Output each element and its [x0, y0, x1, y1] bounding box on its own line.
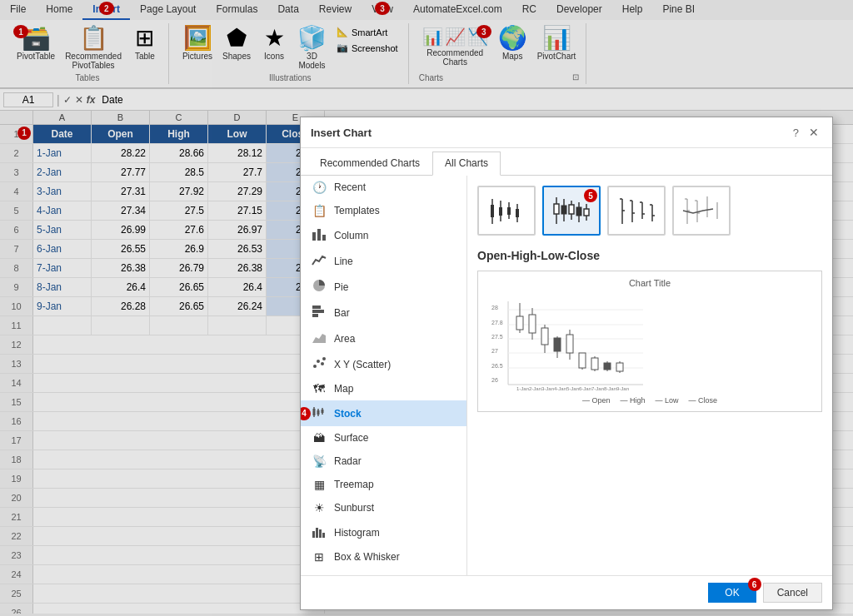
svg-rect-90 — [591, 358, 598, 370]
cancel-button[interactable]: Cancel — [763, 583, 822, 603]
svg-rect-1 — [317, 229, 321, 241]
stock-icon — [311, 405, 327, 421]
map-icon: 🗺 — [311, 382, 327, 395]
svg-rect-78 — [516, 316, 523, 330]
tab-recommended-charts[interactable]: Recommended Charts — [307, 152, 432, 175]
line-icon — [311, 253, 327, 269]
chart-subtype-1[interactable] — [477, 186, 536, 236]
chart-type-line[interactable]: Line — [301, 248, 466, 274]
svg-text:3-Jan: 3-Jan — [541, 386, 554, 391]
chart-type-recent[interactable]: 🕐 Recent — [301, 176, 466, 199]
svg-text:4-Jan: 4-Jan — [554, 386, 566, 391]
dialog-footer: 6 OK Cancel — [301, 575, 832, 609]
svg-text:9-Jan: 9-Jan — [616, 386, 629, 391]
chart-type-templates[interactable]: 📋 Templates — [301, 199, 466, 222]
svg-text:26.5: 26.5 — [491, 363, 503, 369]
chart-type-map[interactable]: 🗺 Map — [301, 377, 466, 400]
chart-type-map-label: Map — [334, 383, 353, 395]
svg-rect-82 — [541, 328, 548, 345]
svg-rect-92 — [604, 363, 611, 370]
chart-type-column-label: Column — [334, 230, 368, 241]
preview-chart-svg: 28 27.8 27.5 27 26.5 26 — [485, 293, 651, 393]
svg-text:7-Jan: 7-Jan — [591, 386, 604, 391]
chart-type-surface-label: Surface — [334, 432, 368, 444]
chart-type-templates-label: Templates — [334, 205, 380, 216]
chart-type-column[interactable]: Column — [301, 222, 466, 248]
column-icon — [311, 227, 327, 243]
svg-rect-39 — [569, 205, 574, 214]
svg-rect-88 — [579, 353, 586, 368]
chart-type-sunburst[interactable]: ☀ Sunburst — [301, 496, 466, 519]
chart-type-area[interactable]: Area — [301, 325, 466, 351]
svg-text:27.5: 27.5 — [491, 334, 503, 340]
chart-subtype-2[interactable]: 5 — [542, 186, 601, 236]
svg-rect-43 — [584, 209, 589, 216]
svg-rect-37 — [561, 206, 566, 214]
chart-type-radar[interactable]: 📡 Radar — [301, 450, 466, 473]
dialog-title: Insert Chart — [311, 127, 372, 139]
svg-rect-86 — [566, 335, 573, 353]
svg-point-10 — [321, 362, 324, 365]
svg-rect-94 — [616, 363, 623, 371]
svg-rect-84 — [554, 338, 561, 351]
ok-button[interactable]: 6 OK — [708, 583, 756, 603]
chart-subtypes: 5 — [477, 186, 822, 236]
chart-type-pie-label: Pie — [334, 281, 348, 293]
chart-type-bar[interactable]: Bar — [301, 300, 466, 325]
scatter-icon — [311, 356, 327, 372]
templates-icon: 📋 — [311, 204, 327, 217]
bar-icon — [311, 305, 327, 320]
legend-high: — High — [620, 396, 645, 405]
chart-detail-panel: 5 — [467, 176, 832, 575]
dialog-help-btn[interactable]: ? — [793, 127, 799, 139]
svg-text:26: 26 — [491, 377, 498, 383]
svg-text:8-Jan: 8-Jan — [604, 386, 616, 391]
chart-subtype-4[interactable] — [672, 186, 731, 236]
chart-type-histogram[interactable]: Histogram — [301, 519, 466, 545]
svg-rect-20 — [319, 529, 322, 538]
chart-type-line-label: Line — [334, 256, 353, 267]
dialog-close-btn[interactable]: ✕ — [806, 124, 822, 141]
surface-icon: 🏔 — [311, 431, 327, 445]
recent-icon: 🕐 — [311, 181, 327, 194]
chart-type-boxwhisker[interactable]: ⊞ Box & Whisker — [301, 545, 466, 569]
svg-text:27: 27 — [491, 348, 498, 354]
svg-point-11 — [322, 357, 326, 360]
chart-type-scatter[interactable]: X Y (Scatter) — [301, 351, 466, 377]
svg-rect-21 — [322, 533, 325, 538]
svg-rect-4 — [312, 306, 321, 309]
radar-icon: 📡 — [311, 455, 327, 468]
svg-rect-18 — [312, 531, 315, 538]
area-icon — [311, 330, 327, 346]
chart-subtype-3[interactable] — [607, 186, 666, 236]
svg-rect-6 — [312, 314, 318, 317]
svg-text:28: 28 — [491, 305, 498, 310]
svg-rect-35 — [554, 204, 559, 214]
chart-type-radar-label: Radar — [334, 455, 362, 467]
svg-text:5-Jan: 5-Jan — [566, 386, 579, 391]
chart-type-stock[interactable]: 4 Stock — [301, 400, 466, 426]
chart-type-histogram-label: Histogram — [334, 527, 380, 539]
chart-type-pie[interactable]: Pie — [301, 274, 466, 300]
chart-types-panel: 🕐 Recent 📋 Templates Column Line — [301, 176, 467, 575]
chart-type-stock-label: Stock — [334, 408, 362, 420]
svg-text:2-Jan: 2-Jan — [529, 386, 541, 391]
chart-selected-name: Open-High-Low-Close — [477, 249, 822, 262]
chart-type-treemap-label: Treemap — [334, 479, 374, 490]
chart-type-scatter-label: X Y (Scatter) — [334, 359, 391, 370]
dialog-tabs: Recommended Charts All Charts — [301, 148, 832, 176]
insert-chart-dialog: Insert Chart ? ✕ Recommended Charts All … — [300, 117, 833, 610]
dialog-body: 🕐 Recent 📋 Templates Column Line — [301, 176, 832, 575]
svg-rect-2 — [322, 235, 326, 241]
chart-type-treemap[interactable]: ▦ Treemap — [301, 473, 466, 496]
chart-legend: — Open — High — Low — Close — [485, 396, 815, 405]
svg-rect-80 — [529, 315, 536, 333]
chart-type-waterfall[interactable]: Waterfall — [301, 569, 466, 575]
histogram-icon — [311, 524, 327, 540]
chart-type-surface[interactable]: 🏔 Surface — [301, 426, 466, 450]
ok-label: OK — [725, 587, 739, 599]
tab-all-charts[interactable]: All Charts — [432, 152, 501, 176]
chart-type-bar-label: Bar — [334, 307, 350, 319]
boxwhisker-icon: ⊞ — [311, 550, 327, 564]
svg-text:27.8: 27.8 — [491, 320, 503, 325]
